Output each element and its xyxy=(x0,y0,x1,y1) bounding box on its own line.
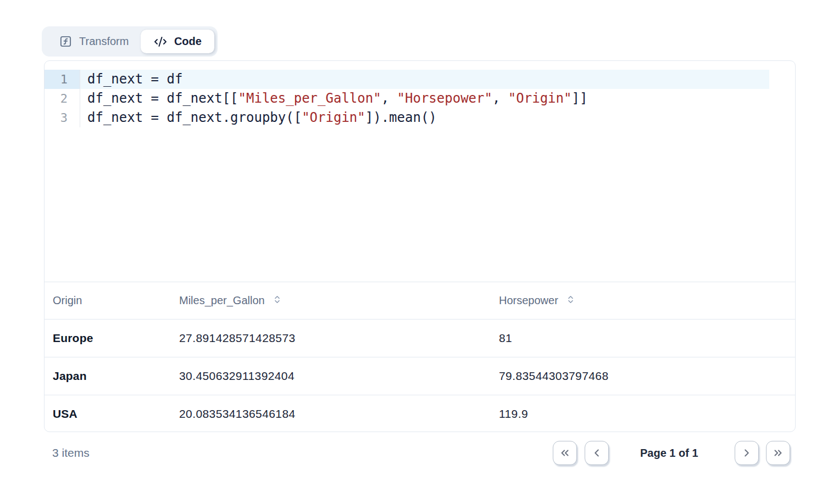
code-editor[interactable]: 1 df_next = df 2 df_next = df_next[["Mil… xyxy=(45,61,795,282)
previous-page-button[interactable] xyxy=(585,441,609,465)
cell-horsepower: 79.83544303797468 xyxy=(499,369,795,383)
code-icon xyxy=(154,35,167,48)
items-count: 3 items xyxy=(52,441,90,465)
view-mode-tabbar: Transform Code xyxy=(42,26,218,57)
chevrons-left-icon xyxy=(559,447,571,459)
cell-miles-per-gallon: 20.083534136546184 xyxy=(179,407,499,421)
tab-transform[interactable]: Transform xyxy=(45,30,141,53)
tab-transform-label: Transform xyxy=(79,35,129,48)
table-row: Europe 27.891428571428573 81 xyxy=(45,319,795,357)
column-header-label: Horsepower xyxy=(499,294,558,307)
code-line-3: 3 df_next = df_next.groupby(["Origin"]).… xyxy=(45,108,795,127)
string-token: "Origin" xyxy=(302,110,365,125)
cell-miles-per-gallon: 30.450632911392404 xyxy=(179,369,499,383)
string-token: "Miles_per_Gallon" xyxy=(238,91,381,106)
line-number: 3 xyxy=(45,108,80,127)
column-header-horsepower[interactable]: Horsepower xyxy=(499,294,795,307)
code-line-1: 1 df_next = df xyxy=(45,70,795,89)
cell-horsepower: 81 xyxy=(499,332,795,345)
table-row: Japan 30.450632911392404 79.835443037974… xyxy=(45,357,795,395)
code-line-text: df_next = df_next.groupby(["Origin"]).me… xyxy=(80,108,769,127)
column-header-miles-per-gallon[interactable]: Miles_per_Gallon xyxy=(179,294,499,307)
tab-code-label: Code xyxy=(174,35,202,48)
code-token: df_next = df_next.groupby([ xyxy=(87,110,302,125)
code-token: df_next = df_next[[ xyxy=(87,91,238,106)
cell-origin: Europe xyxy=(45,332,179,345)
code-and-results-panel: 1 df_next = df 2 df_next = df_next[["Mil… xyxy=(44,60,796,432)
chevron-right-icon xyxy=(741,447,753,459)
last-page-button[interactable] xyxy=(766,441,790,465)
code-line-text: df_next = df xyxy=(80,70,769,89)
chevrons-up-down-icon xyxy=(566,294,575,307)
tab-code[interactable]: Code xyxy=(141,30,214,53)
chevrons-right-icon xyxy=(772,447,784,459)
column-header-origin: Origin xyxy=(45,294,179,307)
next-page-button[interactable] xyxy=(735,441,759,465)
cell-horsepower: 119.9 xyxy=(499,407,795,421)
chevrons-up-down-icon xyxy=(273,294,282,307)
string-token: "Origin" xyxy=(508,91,572,106)
string-token: "Horsepower" xyxy=(397,91,492,106)
chevron-left-icon xyxy=(591,447,603,459)
cell-miles-per-gallon: 27.891428571428573 xyxy=(179,332,499,345)
code-token: , xyxy=(381,91,397,106)
table-header-row: Origin Miles_per_Gallon Horsepower xyxy=(45,282,795,319)
column-header-label: Miles_per_Gallon xyxy=(179,294,265,307)
cell-origin: Japan xyxy=(45,369,179,383)
code-token: ]).mean() xyxy=(365,110,437,125)
first-page-button[interactable] xyxy=(553,441,577,465)
cell-origin: USA xyxy=(45,407,179,421)
code-token: df_next = df xyxy=(87,71,182,87)
line-number: 2 xyxy=(45,89,80,108)
results-table: Origin Miles_per_Gallon Horsepower xyxy=(45,282,795,433)
line-number: 1 xyxy=(45,70,80,89)
function-square-icon xyxy=(59,35,72,48)
code-line-2: 2 df_next = df_next[["Miles_per_Gallon",… xyxy=(45,89,795,108)
code-line-text: df_next = df_next[["Miles_per_Gallon", "… xyxy=(80,89,769,108)
code-token: ]] xyxy=(571,91,587,106)
code-token: , xyxy=(492,91,508,106)
page-indicator: Page 1 of 1 xyxy=(640,441,698,465)
column-header-label: Origin xyxy=(53,294,82,307)
table-footer: 3 items Page 1 of 1 xyxy=(44,441,796,465)
table-row: USA 20.083534136546184 119.9 xyxy=(45,395,795,433)
